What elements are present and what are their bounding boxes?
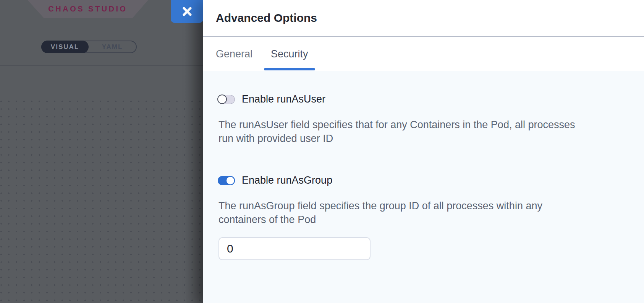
run-as-group-description: The runAsGroup field specifies the group… bbox=[218, 199, 613, 226]
run-as-user-label: Enable runAsUser bbox=[242, 93, 325, 105]
advanced-options-drawer: Advanced Options General Security Enable… bbox=[203, 0, 644, 303]
toolbar-divider bbox=[0, 65, 203, 66]
active-tab-indicator bbox=[264, 68, 315, 70]
run-as-group-toggle[interactable] bbox=[218, 176, 235, 185]
tab-general[interactable]: General bbox=[209, 37, 259, 71]
run-as-user-row: Enable runAsUser bbox=[218, 93, 613, 105]
run-as-group-label: Enable runAsGroup bbox=[242, 174, 332, 186]
canvas-backdrop: CHAOS STUDIO VISUAL YAML bbox=[0, 0, 203, 303]
run-as-user-description: The runAsUser field specifies that for a… bbox=[218, 118, 613, 145]
visual-mode-button[interactable]: VISUAL bbox=[41, 41, 89, 53]
drawer-title: Advanced Options bbox=[216, 11, 317, 24]
close-button[interactable] bbox=[171, 0, 203, 23]
toggle-knob bbox=[217, 94, 227, 104]
screen: CHAOS STUDIO VISUAL YAML Advanced Option… bbox=[0, 0, 644, 303]
brand-badge: CHAOS STUDIO bbox=[28, 0, 148, 18]
yaml-mode-button[interactable]: YAML bbox=[89, 41, 136, 52]
run-as-group-row: Enable runAsGroup bbox=[218, 174, 613, 186]
security-tab-panel: Enable runAsUser The runAsUser field spe… bbox=[203, 71, 644, 303]
run-as-group-value-input[interactable] bbox=[218, 237, 371, 260]
dot-grid-canvas bbox=[0, 96, 203, 303]
drawer-tabbar: General Security bbox=[203, 37, 644, 71]
drawer-header: Advanced Options bbox=[203, 0, 644, 37]
tab-security[interactable]: Security bbox=[264, 37, 315, 71]
visual-yaml-toggle: VISUAL YAML bbox=[41, 41, 137, 53]
run-as-user-toggle[interactable] bbox=[218, 95, 235, 104]
brand-badge-label: CHAOS STUDIO bbox=[48, 5, 127, 13]
tab-security-label: Security bbox=[271, 48, 308, 60]
close-icon bbox=[181, 6, 193, 17]
toggle-knob bbox=[226, 176, 235, 185]
